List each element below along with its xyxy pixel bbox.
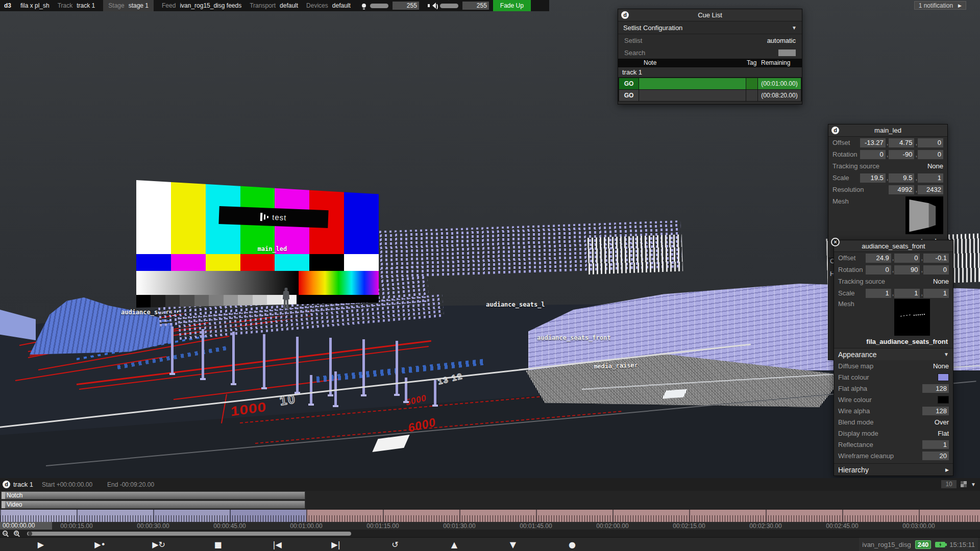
chevron-right-icon[interactable]: ▶ — [945, 467, 949, 472]
play-to-cue-button[interactable]: ▶• — [94, 538, 106, 551]
timeline-scrollbar[interactable] — [27, 532, 351, 536]
offset-z-field[interactable]: 0 — [918, 138, 943, 147]
resolution-x-field[interactable]: 4992 — [889, 185, 914, 194]
appearance-header[interactable]: Appearance ▼ — [834, 348, 953, 360]
mesh-preview[interactable] — [894, 299, 930, 336]
play-button[interactable]: ▶ — [38, 538, 44, 551]
track-start[interactable]: Start +00:00:00.00 — [42, 481, 92, 488]
down-section-button[interactable]: ▼ — [510, 538, 516, 551]
up-section-button[interactable]: ▲ — [451, 538, 457, 551]
wireframe-cleanup-field[interactable]: 20 — [922, 452, 949, 460]
chevron-down-icon[interactable]: ▼ — [971, 482, 976, 487]
layer-video[interactable]: Video — [1, 500, 305, 509]
offset-x-field[interactable]: -13.27 — [860, 138, 886, 147]
cue-row-active[interactable]: GO (00:01:00.00) — [618, 78, 802, 90]
stop-button[interactable]: ■ — [214, 538, 222, 551]
scale-x-field[interactable]: 1 — [866, 289, 891, 298]
setlist-row[interactable]: Setlist automatic — [618, 34, 802, 46]
cue-tag-cell[interactable] — [746, 90, 757, 101]
cue-note-cell[interactable] — [639, 90, 746, 101]
scale-y-field[interactable]: 9.5 — [889, 173, 914, 183]
setlist-value[interactable]: automatic — [767, 37, 796, 44]
scale-z-field[interactable]: 1 — [918, 173, 943, 183]
offset-z-field[interactable]: -0.1 — [923, 254, 949, 263]
cue-list-titlebar[interactable]: d Cue List — [618, 9, 802, 21]
previous-cue-button[interactable]: |◀ — [273, 538, 282, 551]
close-icon[interactable]: × — [831, 238, 840, 246]
go-button[interactable]: GO — [619, 78, 639, 89]
diffuse-map-value[interactable]: None — [933, 362, 949, 370]
reflectance-row[interactable]: Reflectance 1 — [834, 439, 953, 450]
menu-devices-value[interactable]: default — [332, 2, 351, 9]
menu-stage-group[interactable]: Stage stage 1 — [103, 0, 154, 11]
diffuse-map-row[interactable]: Diffuse map None — [834, 360, 953, 371]
seats-titlebar[interactable]: × audiance_seats_front — [834, 240, 953, 252]
menu-stage-value[interactable]: stage 1 — [129, 2, 149, 9]
flat-alpha-field[interactable]: 128 — [922, 384, 949, 393]
flat-alpha-row[interactable]: Flat alpha 128 — [834, 383, 953, 394]
mesh-preview[interactable] — [905, 196, 943, 234]
rotation-y-field[interactable]: 90 — [894, 265, 920, 274]
rotation-z-field[interactable]: 0 — [918, 150, 943, 159]
menu-feed-value[interactable]: ivan_rog15_disg feeds — [180, 2, 241, 9]
scale-x-field[interactable]: 19.5 — [860, 173, 886, 183]
setlist-configuration-row[interactable]: Setlist Configuration ▼ — [618, 21, 802, 34]
offset-x-field[interactable]: 24.9 — [866, 254, 891, 263]
hidden-tab-c[interactable]: C — [830, 257, 834, 265]
layer-view-icon[interactable] — [961, 481, 967, 487]
brightness-value[interactable]: 255 — [393, 2, 419, 10]
current-timecode[interactable]: 00:00:00.00 — [0, 522, 52, 530]
cue-tag-cell[interactable] — [746, 78, 757, 89]
chevron-down-icon[interactable]: ▼ — [792, 25, 797, 31]
flat-colour-row[interactable]: Flat colour — [834, 371, 953, 383]
cue-note-cell[interactable] — [639, 78, 746, 89]
timeline-ruler-empty[interactable] — [306, 510, 980, 522]
wire-colour-swatch[interactable] — [938, 396, 949, 404]
track-fps-field[interactable]: 10 — [941, 480, 957, 488]
menu-track-value[interactable]: track 1 — [77, 2, 95, 9]
timeline-ruler-sections[interactable] — [0, 510, 306, 522]
cue-row[interactable]: GO (00:08:20.00) — [618, 90, 802, 102]
seating-fragment-left[interactable] — [0, 302, 36, 340]
track-name[interactable]: track 1 — [13, 481, 33, 488]
reflectance-field[interactable]: 1 — [922, 440, 949, 449]
resolution-y-field[interactable]: 2432 — [918, 185, 943, 194]
display-mode-value[interactable]: Flat — [938, 430, 949, 437]
offset-y-field[interactable]: 0 — [894, 254, 920, 263]
track-end[interactable]: End -00:09:20.00 — [107, 481, 154, 488]
display-mode-row[interactable]: Display mode Flat — [834, 428, 953, 439]
rotation-x-field[interactable]: 0 — [866, 265, 891, 274]
wire-alpha-row[interactable]: Wire alpha 128 — [834, 405, 953, 416]
wire-colour-row[interactable]: Wire colour — [834, 394, 953, 405]
return-button[interactable]: ↺ — [391, 538, 398, 551]
rotation-y-field[interactable]: -90 — [889, 150, 914, 159]
timeline-scrollbar-handle[interactable] — [28, 532, 32, 536]
tracking-source-row[interactable]: Tracking source None — [834, 276, 953, 287]
record-hold-button[interactable]: ● — [569, 538, 576, 551]
brightness-slider[interactable] — [370, 4, 388, 8]
scale-y-field[interactable]: 1 — [894, 289, 920, 298]
d3-window-icon[interactable]: d — [831, 127, 839, 134]
blend-mode-row[interactable]: Blend mode Over — [834, 416, 953, 428]
menu-project[interactable]: fila x pl_sh — [20, 2, 50, 9]
rotation-x-field[interactable]: 0 — [860, 150, 886, 159]
loop-play-button[interactable]: ▶↻ — [152, 538, 165, 551]
mesh-name[interactable]: fila_audiance_seats_front — [866, 338, 948, 345]
zoom-out-icon[interactable]: − — [3, 531, 8, 536]
hierarchy-header[interactable]: Hierarchy ▶ — [834, 463, 953, 475]
flat-colour-swatch[interactable] — [938, 373, 949, 381]
led-screen-main-led[interactable]: test main_led — [136, 180, 379, 308]
chevron-down-icon[interactable]: ▼ — [944, 352, 949, 357]
blend-mode-value[interactable]: Over — [935, 418, 949, 426]
d3-window-icon[interactable]: d — [621, 11, 629, 19]
search-row[interactable]: Search — [618, 46, 802, 59]
scale-z-field[interactable]: 1 — [923, 289, 949, 298]
menu-transport-value[interactable]: default — [280, 2, 298, 9]
d3-track-icon[interactable]: d — [3, 481, 10, 488]
rotation-z-field[interactable]: 0 — [923, 265, 949, 274]
go-button[interactable]: GO — [619, 90, 639, 101]
hidden-tab-h[interactable]: H — [830, 270, 834, 278]
search-input[interactable] — [778, 49, 796, 56]
tracking-source-value[interactable]: None — [933, 278, 949, 285]
wireframe-cleanup-row[interactable]: Wireframe cleanup 20 — [834, 450, 953, 461]
